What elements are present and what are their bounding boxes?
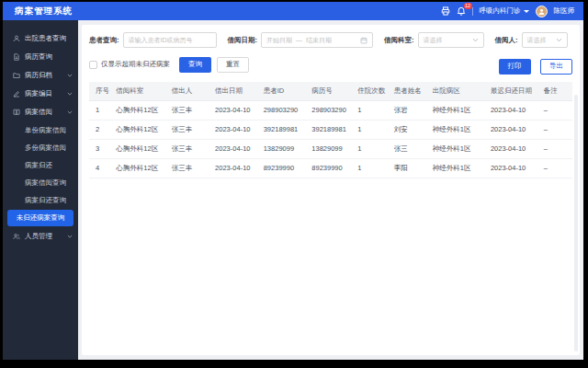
table-cell: 2023-04-10 xyxy=(212,139,261,158)
table-cell: 392189981 xyxy=(261,120,310,139)
avatar[interactable] xyxy=(536,6,548,17)
borrow-date-range-picker[interactable]: 开始日期 — 结束日期 xyxy=(261,32,373,48)
calendar-icon xyxy=(360,37,368,44)
table-cell: 神经外科1区 xyxy=(430,120,488,139)
user-name: 陈医师 xyxy=(554,6,575,16)
borrow-dept-select[interactable]: 请选择 xyxy=(418,32,484,48)
notification-bell-icon[interactable]: 12 xyxy=(457,6,466,16)
overdue-only-checkbox[interactable] xyxy=(89,61,97,69)
column-header: 借出日期 xyxy=(212,82,261,101)
table-cell: 心胸外科12区 xyxy=(113,158,168,178)
table-cell: 392189981 xyxy=(309,120,355,139)
sidebar-item-staff-management[interactable]: 人员管理 xyxy=(3,227,78,246)
sidebar-subitem-label: 病案借阅查询 xyxy=(25,178,66,188)
chevron-down-icon xyxy=(67,109,73,115)
table-cell: 298903290 xyxy=(309,100,355,120)
filter-row: 患者查询: 借阅日期: 开始日期 — 结束日期 借阅科室: 请选择 xyxy=(89,32,572,48)
book-icon xyxy=(13,109,20,116)
table-row[interactable]: 4心胸外科12区张三丰2023-04-1089239990892399901李阳… xyxy=(89,158,572,178)
topbar-divider xyxy=(472,7,473,16)
table-cell: 1 xyxy=(355,100,390,120)
print-button[interactable]: 打印 xyxy=(499,59,531,75)
table-cell: 13829099 xyxy=(261,139,310,158)
table-cell: – xyxy=(541,120,572,139)
folder-icon xyxy=(13,72,20,79)
app-title: 病案管理系统 xyxy=(15,6,73,17)
table-cell: 1 xyxy=(89,100,113,120)
topbar-actions: 12 呼吸内科门诊 陈医师 xyxy=(441,6,575,17)
sidebar-item-record-query[interactable]: 病历查询 xyxy=(3,48,78,66)
team-icon xyxy=(13,233,20,240)
table-cell: 2023-04-10 xyxy=(212,120,261,139)
table-cell: 张三丰 xyxy=(169,100,212,120)
query-button[interactable]: 查询 xyxy=(179,57,211,73)
column-header: 借出人 xyxy=(169,82,212,101)
table-row[interactable]: 1心胸外科12区张三丰2023-04-102989032902989032901… xyxy=(89,100,572,120)
dept-select-placeholder: 请选择 xyxy=(424,36,443,45)
table-cell: 李阳 xyxy=(391,158,430,178)
sidebar-item-label: 病案借阅 xyxy=(25,108,52,117)
sidebar-item-label: 出院患者查询 xyxy=(25,34,66,43)
patient-query-input[interactable] xyxy=(123,32,217,48)
sidebar-subitem-borrow-query[interactable]: 病案借阅查询 xyxy=(3,174,78,191)
table-cell: 2 xyxy=(89,120,113,139)
sidebar-item-label: 病历查询 xyxy=(25,52,52,62)
records-table: 序号借阅科室借出人借出日期患者ID病历号住院次数患者姓名出院病区最迟归还日期备注… xyxy=(89,82,572,178)
sidebar-item-record-catalog[interactable]: 病案编目 xyxy=(3,85,78,103)
borrower-select-placeholder: 请选择 xyxy=(527,36,547,45)
user-icon xyxy=(13,35,20,42)
sidebar-item-record-archive[interactable]: 病历归档 xyxy=(3,66,78,85)
table-cell: 心胸外科12区 xyxy=(113,100,168,120)
table-row[interactable]: 3心胸外科12区张三丰2023-04-1013829099138290991张三… xyxy=(89,139,572,158)
column-header: 最迟归还日期 xyxy=(488,82,541,101)
table-cell: 张三丰 xyxy=(169,158,212,178)
column-header: 序号 xyxy=(89,82,113,101)
sidebar-subitem-unreturned-query[interactable]: 未归还病案查询 xyxy=(7,210,74,226)
chevron-down-icon xyxy=(556,37,562,43)
column-header: 借阅科室 xyxy=(113,82,168,101)
column-header: 患者ID xyxy=(261,82,310,101)
chevron-down-icon xyxy=(67,234,73,239)
reset-button[interactable]: 重置 xyxy=(217,57,249,73)
table-cell: 1 xyxy=(355,158,390,178)
table-cell: 2023-04-10 xyxy=(212,100,261,120)
export-button[interactable]: 导出 xyxy=(540,59,572,75)
sidebar-subitem-multi-borrow[interactable]: 多份病案借阅 xyxy=(3,139,78,156)
table-cell: 89239990 xyxy=(309,158,355,178)
sidebar-subitem-label: 多份病案借阅 xyxy=(25,144,66,153)
table-cell: 心胸外科12区 xyxy=(113,120,168,139)
sidebar-subitem-record-return[interactable]: 病案归还 xyxy=(3,156,78,174)
table-cell: – xyxy=(541,139,572,158)
table-row[interactable]: 2心胸外科12区张三丰2023-04-103921899813921899811… xyxy=(89,120,572,139)
sidebar-subitem-label: 未归还病案查询 xyxy=(17,213,65,223)
table-cell: 4 xyxy=(89,158,113,178)
chevron-down-icon xyxy=(67,73,73,78)
app-window: 病案管理系统 12 呼吸内科门诊 陈医师 出院患者查询 xyxy=(3,2,583,360)
sidebar-subitem-label: 病案归还 xyxy=(25,161,52,170)
printer-icon[interactable] xyxy=(441,6,450,16)
clinic-name: 呼吸内科门诊 xyxy=(480,6,521,16)
sidebar-subitem-return-query[interactable]: 病案归还查询 xyxy=(3,191,78,209)
borrower-select[interactable]: 请选择 xyxy=(522,32,568,48)
table-cell: 89239990 xyxy=(261,158,310,178)
table-cell: 张岩 xyxy=(391,100,430,120)
chevron-down-icon xyxy=(67,91,73,97)
column-header: 住院次数 xyxy=(355,82,390,101)
sidebar-subitem-label: 病案归还查询 xyxy=(25,196,66,205)
scrollbar[interactable] xyxy=(574,95,578,351)
table-cell: 298903290 xyxy=(261,100,310,120)
sidebar-item-discharged-patient-query[interactable]: 出院患者查询 xyxy=(3,29,78,48)
table-cell: 2023-04-10 xyxy=(212,158,261,178)
action-row: 仅显示超期未归还病案 查询 重置 打印 导出 xyxy=(89,55,572,75)
notification-badge: 12 xyxy=(464,3,472,9)
end-date-placeholder: 结束日期 xyxy=(306,36,332,45)
clinic-switcher[interactable]: 呼吸内科门诊 xyxy=(480,6,529,16)
sidebar-item-record-borrow[interactable]: 病案借阅 xyxy=(3,103,78,121)
column-header: 备注 xyxy=(541,82,572,101)
sidebar: 出院患者查询 病历查询 病历归档 病案编目 病案借阅 xyxy=(3,20,78,360)
file-icon xyxy=(13,53,20,61)
borrow-dept-label: 借阅科室: xyxy=(384,36,414,45)
sidebar-item-label: 病案编目 xyxy=(25,89,52,98)
column-header: 患者姓名 xyxy=(391,82,430,101)
sidebar-subitem-single-borrow[interactable]: 单份病案借阅 xyxy=(3,121,78,139)
